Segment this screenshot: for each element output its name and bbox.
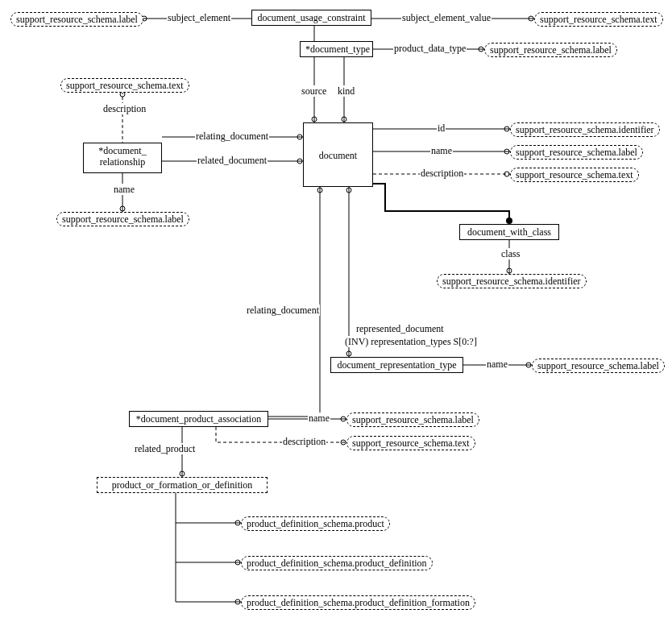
entity-label: *document_product_association — [136, 413, 261, 425]
svg-point-3 — [529, 16, 533, 21]
ref-srs-text-2: support_resource_schema.text — [60, 78, 189, 93]
svg-point-31 — [346, 188, 351, 193]
svg-point-34 — [526, 363, 531, 367]
ref-label: support_resource_schema.identifier — [516, 124, 654, 135]
lbl-description-rel: description — [102, 103, 147, 114]
lbl-product-data-type: product_data_type — [393, 43, 467, 54]
svg-point-13 — [120, 206, 125, 211]
entity-label: document_usage_constraint — [258, 12, 366, 23]
lbl-description-dpa: description — [282, 436, 326, 447]
ref-label: product_definition_schema.product_defini… — [247, 597, 470, 608]
ref-srs-identifier-1: support_resource_schema.identifier — [510, 122, 660, 137]
lbl-class: class — [500, 248, 521, 259]
ref-srs-text-4: support_resource_schema.text — [346, 436, 475, 450]
ref-label: support_resource_schema.text — [516, 169, 633, 180]
entity-label: *document_type — [305, 44, 370, 55]
ref-pds-product: product_definition_schema.product — [241, 516, 390, 531]
lbl-name-rel: name — [113, 184, 135, 195]
svg-point-5 — [479, 47, 483, 52]
select-label: product_or_formation_or_definition — [112, 479, 253, 491]
entity-document-representation-type: document_representation_type — [330, 357, 463, 373]
ref-srs-label-6: support_resource_schema.label — [346, 412, 479, 427]
ref-label: support_resource_schema.text — [540, 14, 657, 25]
ref-srs-label-4: support_resource_schema.label — [510, 145, 643, 160]
svg-point-32 — [346, 351, 351, 356]
ref-label: support_resource_schema.label — [62, 214, 184, 225]
svg-point-44 — [235, 560, 240, 565]
entity-document-product-association: *document_product_association — [129, 411, 268, 427]
select-product-or-formation-or-definition: product_or_formation_or_definition — [97, 477, 268, 493]
ref-srs-text-1: support_resource_schema.text — [534, 12, 663, 27]
diagram-canvas: document_usage_constraint *document_type… — [0, 0, 672, 626]
entity-document-with-class: document_with_class — [459, 224, 559, 240]
ref-label: support_resource_schema.label — [537, 360, 659, 371]
svg-point-23 — [504, 172, 509, 176]
ref-label: support_resource_schema.label — [516, 147, 637, 158]
ref-label: support_resource_schema.label — [490, 44, 612, 56]
ref-srs-text-3: support_resource_schema.text — [510, 168, 639, 182]
ref-label: support_resource_schema.label — [16, 14, 138, 25]
lbl-source: source — [301, 85, 327, 97]
svg-point-21 — [504, 149, 509, 154]
lbl-subject-element-value: subject_element_value — [401, 12, 492, 23]
ref-srs-label-1: support_resource_schema.label — [10, 12, 143, 27]
ref-label: product_definition_schema.product_defini… — [247, 558, 427, 569]
entity-document-relationship: *document_ relationship — [83, 143, 162, 173]
ref-srs-label-3: support_resource_schema.label — [56, 212, 189, 226]
lbl-description-doc: description — [420, 168, 464, 179]
lbl-kind: kind — [337, 85, 355, 97]
ref-label: support_resource_schema.identifier — [442, 276, 581, 287]
ref-srs-label-5: support_resource_schema.label — [532, 359, 665, 373]
lbl-represented-document: represented_document — [355, 323, 445, 334]
svg-point-24 — [506, 218, 512, 224]
ref-pds-product-definition-formation: product_definition_schema.product_defini… — [241, 595, 475, 610]
entity-document-type: *document_type — [300, 41, 373, 57]
ref-label: product_definition_schema.product — [247, 518, 384, 529]
svg-point-15 — [297, 135, 302, 139]
entity-document-usage-constraint: document_usage_constraint — [251, 10, 371, 26]
lbl-name-dpa: name — [308, 412, 330, 424]
lbl-related-document: related_document — [197, 155, 268, 166]
lbl-relating-document-dpa: relating_document — [246, 305, 320, 316]
ref-label: support_resource_schema.label — [352, 414, 474, 425]
svg-point-9 — [342, 117, 346, 122]
connectors-svg — [0, 0, 672, 626]
svg-point-37 — [341, 440, 346, 445]
svg-point-46 — [235, 599, 240, 604]
svg-point-17 — [297, 159, 302, 164]
ref-label: support_resource_schema.text — [352, 437, 470, 449]
ref-pds-product-definition: product_definition_schema.product_defini… — [241, 556, 433, 570]
lbl-id: id — [437, 122, 446, 134]
lbl-name-drt: name — [486, 359, 508, 370]
ref-srs-identifier-2: support_resource_schema.identifier — [437, 274, 587, 288]
svg-point-39 — [180, 471, 185, 476]
ref-label: support_resource_schema.text — [66, 80, 184, 91]
svg-point-36 — [341, 417, 346, 421]
lbl-subject-element: subject_element — [167, 12, 231, 23]
entity-label: document — [319, 150, 357, 161]
lbl-relating-document: relating_document — [195, 131, 269, 142]
lbl-related-product: related_product — [134, 443, 196, 454]
ref-srs-label-2: support_resource_schema.label — [484, 43, 617, 57]
svg-point-42 — [235, 520, 240, 525]
svg-point-19 — [504, 126, 509, 131]
entity-label: document_representation_type — [338, 359, 457, 371]
lbl-name-doc: name — [430, 145, 453, 156]
svg-point-7 — [312, 117, 317, 122]
entity-document: document — [303, 122, 373, 187]
entity-label: *document_ relationship — [98, 145, 146, 168]
entity-label: document_with_class — [467, 226, 551, 238]
svg-point-26 — [507, 268, 512, 273]
svg-point-29 — [317, 188, 322, 193]
lbl-inv-rep-types: (INV) representation_types S[0:?] — [344, 336, 478, 347]
